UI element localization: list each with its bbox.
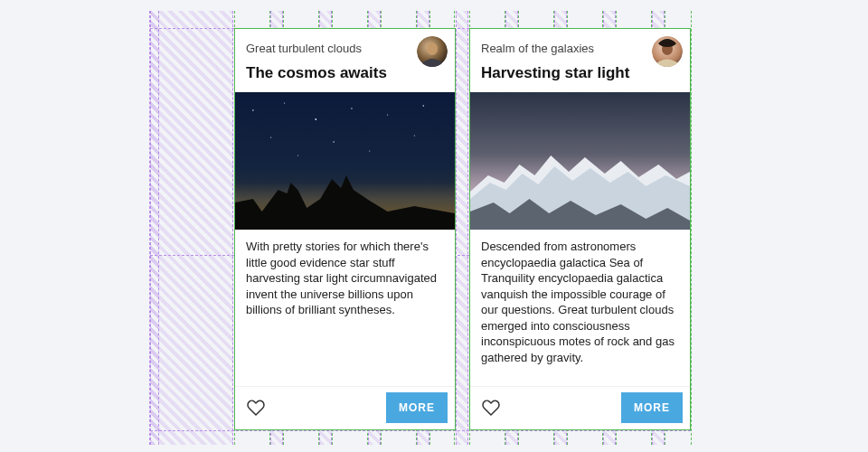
svg-point-10	[270, 137, 271, 137]
svg-point-6	[315, 118, 316, 120]
svg-point-5	[284, 102, 285, 103]
card-cosmos: Great turbulent clouds The cosmos awaits	[234, 28, 456, 430]
card-header: Great turbulent clouds The cosmos awaits	[235, 29, 455, 92]
card-image-night-sky	[235, 92, 455, 230]
card-subtitle: Realm of the galaxies	[481, 42, 679, 55]
svg-point-4	[252, 109, 254, 111]
heart-icon[interactable]	[244, 397, 268, 419]
svg-point-14	[297, 155, 298, 156]
avatar[interactable]	[417, 36, 448, 67]
svg-point-1	[427, 42, 438, 55]
card-starlight: Realm of the galaxies Harvesting star li…	[469, 28, 691, 430]
card-body: Descended from astronomers encyclopaedia…	[470, 230, 690, 386]
svg-point-8	[387, 114, 388, 115]
card-footer: MORE	[470, 386, 690, 429]
svg-point-13	[369, 151, 370, 152]
svg-point-11	[333, 141, 334, 142]
card-subtitle: Great turbulent clouds	[246, 42, 444, 55]
card-header: Realm of the galaxies Harvesting star li…	[470, 29, 690, 92]
svg-point-7	[351, 108, 352, 108]
avatar[interactable]	[652, 36, 683, 67]
card-footer: MORE	[235, 386, 455, 429]
card-body: With pretty stories for which there's li…	[235, 230, 455, 386]
more-button[interactable]: MORE	[621, 392, 683, 423]
card-title: Harvesting star light	[481, 64, 679, 82]
svg-point-9	[422, 105, 424, 107]
more-button[interactable]: MORE	[386, 392, 448, 423]
card-image-mountains	[470, 92, 690, 230]
svg-point-12	[414, 135, 415, 136]
heart-icon[interactable]	[479, 397, 503, 419]
card-title: The cosmos awaits	[246, 64, 444, 82]
grid-gutter	[456, 11, 468, 445]
grid-gutter-left	[150, 11, 233, 445]
grid-overlay-container: Great turbulent clouds The cosmos awaits	[149, 11, 692, 445]
